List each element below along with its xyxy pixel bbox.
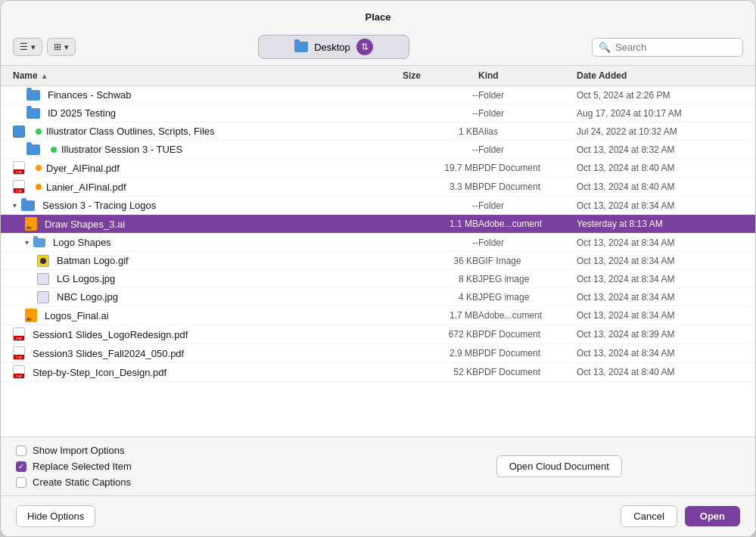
options-bar: Show Import Options ✓ Replace Selected I… bbox=[1, 436, 755, 495]
kind-column-header[interactable]: Kind bbox=[478, 70, 577, 81]
file-name-label: Step-by-Step_Icon_Design.pdf bbox=[33, 367, 166, 378]
file-size: 4 KB bbox=[403, 292, 478, 303]
column-headers: Name ▲ Size Kind Date Added bbox=[1, 66, 755, 86]
show-import-options-row: Show Import Options bbox=[16, 445, 378, 456]
grid-view-chevron: ▾ bbox=[64, 42, 69, 52]
open-button[interactable]: Open bbox=[685, 506, 740, 526]
search-icon: 🔍 bbox=[599, 42, 611, 53]
file-kind: PDF Document bbox=[478, 367, 577, 377]
checkboxes-section: Show Import Options ✓ Replace Selected I… bbox=[16, 445, 378, 488]
show-import-options-checkbox[interactable] bbox=[16, 445, 26, 456]
location-pill[interactable]: Desktop ⇅ bbox=[258, 35, 409, 59]
file-size: 8 KB bbox=[403, 274, 478, 284]
file-size: 672 KB bbox=[403, 329, 478, 340]
file-list: Finances - Schwab--FolderOct 5, 2024 at … bbox=[1, 86, 755, 436]
file-size: 3.3 MB bbox=[403, 182, 478, 192]
list-view-button[interactable]: ☰ ▾ bbox=[13, 38, 42, 56]
create-static-captions-checkbox[interactable] bbox=[16, 477, 26, 488]
file-date: Oct 13, 2024 at 8:40 AM bbox=[577, 163, 743, 173]
replace-selected-checkbox[interactable]: ✓ bbox=[16, 461, 26, 472]
file-kind: JPEG image bbox=[478, 292, 577, 303]
status-dot-icon bbox=[36, 165, 42, 171]
file-name-label: Illustrator Class Outlines, Scripts, Fil… bbox=[46, 126, 215, 137]
table-row[interactable]: Batman Logo.gif36 KBGIF ImageOct 13, 202… bbox=[1, 252, 755, 270]
file-size: 1.1 MB bbox=[403, 219, 478, 229]
table-row[interactable]: AiDraw Shapes_3.ai1.1 MBAdobe...cumentYe… bbox=[1, 215, 755, 234]
status-dot-icon bbox=[36, 129, 42, 135]
table-row[interactable]: PDFDyer_AIFinal.pdf19.7 MBPDF DocumentOc… bbox=[1, 159, 755, 178]
file-size: 19.7 MB bbox=[403, 163, 478, 173]
name-column-header[interactable]: Name ▲ bbox=[13, 70, 403, 81]
grid-view-button[interactable]: ⊞ ▾ bbox=[47, 38, 76, 56]
date-column-header[interactable]: Date Added bbox=[577, 70, 743, 81]
file-kind: PDF Document bbox=[478, 348, 577, 359]
table-row[interactable]: Illustrator Class Outlines, Scripts, Fil… bbox=[1, 123, 755, 141]
location-label: Desktop bbox=[314, 42, 350, 53]
cancel-button[interactable]: Cancel bbox=[621, 505, 677, 527]
table-row[interactable]: PDFLanier_AIFinal.pdf3.3 MBPDF DocumentO… bbox=[1, 178, 755, 197]
table-row[interactable]: ▾Session 3 - Tracing Logos--FolderOct 13… bbox=[1, 197, 755, 215]
file-date: Yesterday at 8:13 AM bbox=[577, 219, 743, 229]
table-row[interactable]: LG Logos.jpg8 KBJPEG imageOct 13, 2024 a… bbox=[1, 270, 755, 288]
folder-icon bbox=[26, 90, 40, 101]
file-kind: Folder bbox=[478, 200, 577, 211]
search-bar: 🔍 bbox=[592, 38, 743, 57]
table-row[interactable]: AiLogos_Final.ai1.7 MBAdobe...cumentOct … bbox=[1, 306, 755, 325]
status-dot-icon bbox=[36, 184, 42, 190]
file-size: -- bbox=[403, 200, 478, 211]
table-row[interactable]: Illustrator Session 3 - TUES--FolderOct … bbox=[1, 141, 755, 159]
grid-view-icon: ⊞ bbox=[54, 42, 61, 52]
open-cloud-document-button[interactable]: Open Cloud Document bbox=[496, 455, 622, 477]
jpg-icon bbox=[37, 273, 49, 285]
ai-icon: Ai bbox=[25, 309, 37, 322]
folder-icon bbox=[33, 238, 45, 247]
file-name-label: NBC Logo.jpg bbox=[57, 291, 118, 303]
toolbar: ☰ ▾ ⊞ ▾ Desktop ⇅ 🔍 bbox=[1, 29, 755, 66]
location-up-down-button[interactable]: ⇅ bbox=[356, 39, 373, 55]
table-row[interactable]: NBC Logo.jpg4 KBJPEG imageOct 13, 2024 a… bbox=[1, 288, 755, 306]
file-size: -- bbox=[403, 144, 478, 155]
table-row[interactable]: PDFSession1 Slides_LogoRedesign.pdf672 K… bbox=[1, 325, 755, 344]
table-row[interactable]: PDFSession3 Slides_Fall2024_050.pdf2.9 M… bbox=[1, 344, 755, 363]
create-static-captions-label: Create Static Captions bbox=[33, 476, 131, 488]
search-input[interactable] bbox=[615, 42, 721, 53]
expand-chevron-icon[interactable]: ▾ bbox=[25, 238, 29, 247]
location-bar: Desktop ⇅ bbox=[82, 35, 586, 59]
create-static-captions-row: Create Static Captions bbox=[16, 476, 378, 488]
folder-icon bbox=[21, 200, 35, 211]
status-dot-icon bbox=[51, 147, 57, 153]
file-date: Oct 13, 2024 at 8:40 AM bbox=[577, 182, 743, 192]
file-name-label: Session3 Slides_Fall2024_050.pdf bbox=[33, 348, 184, 359]
file-date: Oct 5, 2024 at 2:26 PM bbox=[577, 90, 743, 101]
table-row[interactable]: ▾Logo Shapes--FolderOct 13, 2024 at 8:34… bbox=[1, 234, 755, 252]
file-name-label: Logo Shapes bbox=[53, 237, 111, 248]
file-date: Oct 13, 2024 at 8:34 AM bbox=[577, 274, 743, 284]
file-kind: Folder bbox=[478, 144, 577, 155]
file-kind: Adobe...cument bbox=[478, 219, 577, 229]
file-date: Oct 13, 2024 at 8:34 AM bbox=[577, 237, 743, 248]
file-name-label: ID 2025 Testing bbox=[48, 107, 116, 119]
file-kind: Folder bbox=[478, 108, 577, 119]
file-kind: JPEG image bbox=[478, 274, 577, 284]
file-kind: GIF Image bbox=[478, 256, 577, 266]
file-name-label: Session1 Slides_LogoRedesign.pdf bbox=[33, 329, 188, 340]
replace-selected-row: ✓ Replace Selected Item bbox=[16, 461, 378, 472]
file-kind: PDF Document bbox=[478, 182, 577, 192]
table-row[interactable]: ID 2025 Testing--FolderAug 17, 2024 at 1… bbox=[1, 104, 755, 123]
action-buttons: Cancel Open bbox=[621, 505, 740, 527]
file-name-label: Logos_Final.ai bbox=[45, 310, 109, 321]
file-name-label: LG Logos.jpg bbox=[57, 273, 115, 284]
view-controls: ☰ ▾ ⊞ ▾ bbox=[13, 38, 76, 56]
file-kind: PDF Document bbox=[478, 329, 577, 340]
ai-icon: Ai bbox=[25, 217, 37, 231]
folder-icon bbox=[26, 144, 40, 155]
expand-chevron-icon[interactable]: ▾ bbox=[13, 201, 17, 210]
hide-options-button[interactable]: Hide Options bbox=[16, 505, 95, 527]
list-view-icon: ☰ bbox=[20, 42, 28, 52]
file-name-label: Dyer_AIFinal.pdf bbox=[46, 163, 120, 174]
size-column-header[interactable]: Size bbox=[403, 70, 478, 81]
table-row[interactable]: PDFStep-by-Step_Icon_Design.pdf52 KBPDF … bbox=[1, 363, 755, 382]
file-date: Oct 13, 2024 at 8:39 AM bbox=[577, 329, 743, 340]
table-row[interactable]: Finances - Schwab--FolderOct 5, 2024 at … bbox=[1, 86, 755, 104]
file-name-label: Session 3 - Tracing Logos bbox=[42, 200, 156, 211]
